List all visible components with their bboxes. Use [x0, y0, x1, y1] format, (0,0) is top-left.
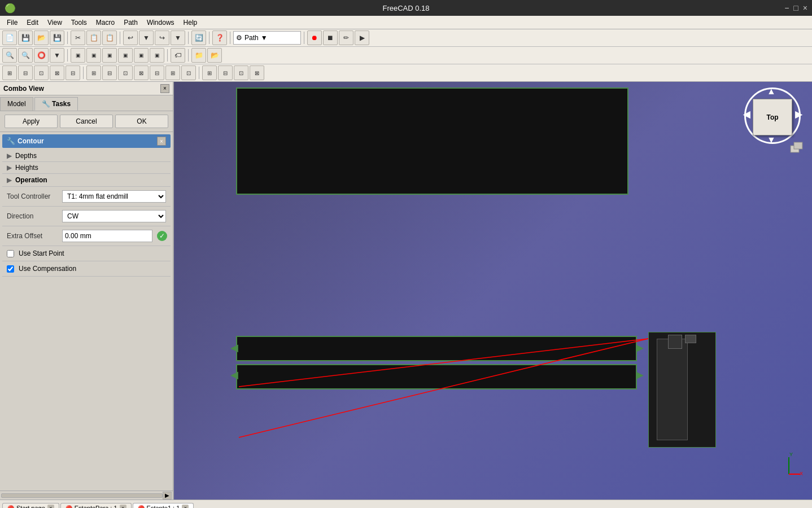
menu-edit[interactable]: Edit [22, 17, 43, 28]
use-compensation-checkbox[interactable] [7, 265, 14, 273]
nav-down[interactable]: ▼ [767, 135, 776, 145]
path-btn9[interactable]: ⊠ [134, 65, 149, 80]
help-btn[interactable]: ❓ [212, 30, 227, 45]
menu-tools[interactable]: Tools [67, 17, 91, 28]
tab-estante-para[interactable]: 🔴 EstantePara : 1 × [60, 503, 132, 508]
contour-collapse-btn[interactable]: × [157, 137, 166, 146]
use-start-point-checkbox[interactable] [7, 250, 14, 257]
tasks-tab[interactable]: 🔧 Tasks [34, 97, 78, 111]
direction-select[interactable]: CW CCW [62, 210, 166, 222]
direction-label: Direction [7, 212, 58, 220]
nav-up[interactable]: ▲ [767, 86, 776, 97]
new-btn[interactable]: 📄 [2, 30, 17, 45]
tab-start-close[interactable]: × [47, 505, 54, 508]
use-start-point-label[interactable]: Use Start Point [19, 249, 64, 257]
ok-button[interactable]: OK [115, 115, 168, 128]
zoom-fit-btn[interactable]: 🔍 [2, 48, 17, 63]
view-front[interactable]: ▣ [71, 48, 85, 63]
maximize-button[interactable]: □ [793, 3, 798, 12]
open-btn[interactable]: 📂 [34, 30, 49, 45]
bottom-shape-top [236, 336, 637, 361]
folder2-btn[interactable]: 📂 [207, 48, 222, 63]
combo-close-btn[interactable]: × [160, 84, 169, 93]
copy-btn[interactable]: 📋 [86, 30, 101, 45]
path-btn4[interactable]: ⊠ [50, 65, 64, 80]
stop-btn[interactable]: ⏹ [323, 30, 338, 45]
path-btn10[interactable]: ⊟ [150, 65, 164, 80]
redo-dropdown[interactable]: ▼ [171, 30, 185, 45]
path-btn6[interactable]: ⊞ [86, 65, 101, 80]
nav-cube-face[interactable]: Top [753, 99, 792, 135]
paste-btn[interactable]: 📋 [102, 30, 117, 45]
viewport[interactable]: ◀ ◀ ▶ ▶ ▲ ▼ ◀ ▶ Top [174, 82, 812, 500]
cut-btn[interactable]: ✂ [71, 30, 85, 45]
use-compensation-label[interactable]: Use Compensation [19, 265, 76, 273]
path-btn2[interactable]: ⊟ [18, 65, 33, 80]
menu-view[interactable]: View [43, 17, 67, 28]
path-btn12[interactable]: ⊡ [181, 65, 196, 80]
apply-button[interactable]: Apply [5, 115, 58, 128]
heights-row[interactable]: ▶ Heights [2, 162, 171, 174]
draw-dropdown[interactable]: ▼ [50, 48, 64, 63]
tab-estante1-close[interactable]: × [182, 505, 189, 508]
view-bottom[interactable]: ▣ [150, 48, 164, 63]
toolbar-row3: ⊞ ⊟ ⊡ ⊠ ⊟ ⊞ ⊟ ⊡ ⊠ ⊟ ⊞ ⊡ ⊞ ⊟ ⊡ ⊠ [0, 64, 812, 81]
record-btn[interactable]: ⏺ [307, 30, 322, 45]
tool-controller-select[interactable]: T1: 4mm flat endmill [62, 190, 166, 203]
path-btn5[interactable]: ⊟ [66, 65, 80, 80]
path-btn1[interactable]: ⊞ [2, 65, 17, 80]
save-btn[interactable]: 💾 [18, 30, 33, 45]
workbench-selector[interactable]: ⚙ Path ▼ [233, 31, 301, 45]
path-btn14[interactable]: ⊟ [218, 65, 233, 80]
extra-offset-confirm[interactable]: ✓ [157, 231, 167, 241]
path-btn11[interactable]: ⊞ [165, 65, 180, 80]
model-tab[interactable]: Model [0, 97, 33, 111]
minimize-button[interactable]: − [784, 3, 789, 12]
menubar: File Edit View Tools Macro Path Windows … [0, 16, 812, 29]
path-btn13[interactable]: ⊞ [202, 65, 217, 80]
view-rear[interactable]: ▣ [118, 48, 133, 63]
play-btn[interactable]: ▶ [355, 30, 369, 45]
menu-path[interactable]: Path [119, 17, 142, 28]
path-btn7[interactable]: ⊟ [102, 65, 117, 80]
menu-windows[interactable]: Windows [142, 17, 179, 28]
zoom-sel-btn[interactable]: 🔍 [18, 48, 33, 63]
view-top[interactable]: ▣ [86, 48, 101, 63]
cancel-button[interactable]: Cancel [60, 115, 113, 128]
path-btn8[interactable]: ⊡ [118, 65, 133, 80]
nav-right[interactable]: ▶ [795, 109, 802, 120]
tag-btn[interactable]: 🏷 [171, 48, 185, 63]
path-btn15[interactable]: ⊡ [234, 65, 248, 80]
redo-btn[interactable]: ↪ [155, 30, 169, 45]
edit-btn[interactable]: ✏ [339, 30, 353, 45]
folder-btn[interactable]: 📁 [191, 48, 206, 63]
svg-text:Y: Y [789, 452, 793, 457]
nav-cube[interactable]: ▲ ▼ ◀ ▶ Top [739, 87, 806, 167]
menu-macro[interactable]: Macro [91, 17, 119, 28]
sep6 [304, 32, 304, 44]
tab-estante-para-close[interactable]: × [120, 505, 126, 508]
nav-3d-indicator [789, 141, 804, 155]
undo-dropdown[interactable]: ▼ [139, 30, 154, 45]
depths-row[interactable]: ▶ Depths [2, 150, 171, 162]
scroll-right-btn[interactable]: ▶ [163, 492, 172, 500]
menu-help[interactable]: Help [179, 17, 202, 28]
view-right[interactable]: ▣ [102, 48, 117, 63]
menu-file[interactable]: File [2, 17, 22, 28]
path-btn3[interactable]: ⊡ [34, 65, 49, 80]
path-btn16[interactable]: ⊠ [250, 65, 264, 80]
view-left[interactable]: ▣ [134, 48, 149, 63]
tab-start-page[interactable]: 🔴 Start page × [2, 503, 59, 508]
undo-btn[interactable]: ↩ [123, 30, 138, 45]
close-button[interactable]: × [803, 3, 807, 12]
extra-offset-input[interactable] [62, 230, 152, 242]
window-controls[interactable]: − □ × [784, 3, 807, 12]
operation-row[interactable]: ▶ Operation [2, 174, 171, 187]
save2-btn[interactable]: 💾 [50, 30, 64, 45]
refresh-btn[interactable]: 🔄 [191, 30, 206, 45]
draw-style-btn[interactable]: ⭕ [34, 48, 49, 63]
tab-estante1[interactable]: 🔴 Estante1 : 1 × [133, 503, 194, 508]
nav-left[interactable]: ◀ [743, 109, 750, 120]
horizontal-scrollbar[interactable] [1, 493, 163, 498]
main-area: Combo View × Model 🔧 Tasks Apply Cancel … [0, 82, 812, 500]
